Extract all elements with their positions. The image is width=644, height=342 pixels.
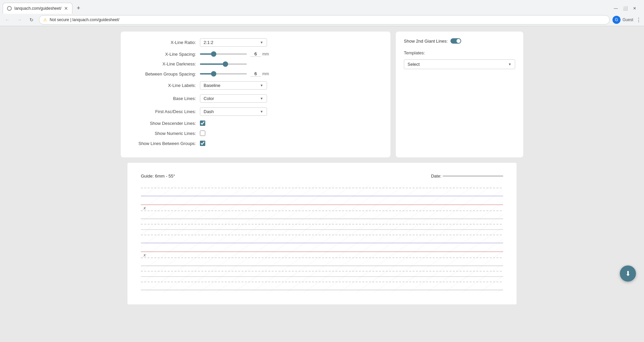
dropdown-arrow: ▼ <box>260 97 263 100</box>
base-lines-dropdown[interactable]: Color ▼ <box>200 94 267 103</box>
minimize-button[interactable]: — <box>612 4 620 12</box>
xline-spacing-label: X-Line Spacing: <box>129 52 196 57</box>
browser-chrome: lanquach.com/guidesheet/ ✕ + — ⬜ ✕ ← → ↻… <box>0 0 644 26</box>
new-tab-button[interactable]: + <box>74 4 83 13</box>
close-window-button[interactable]: ✕ <box>631 4 639 12</box>
templates-label: Templates: <box>404 50 515 55</box>
tab-bar: lanquach.com/guidesheet/ ✕ + — ⬜ ✕ <box>0 0 644 14</box>
templates-value: Select <box>408 62 420 67</box>
first-asc-value: Dash <box>204 109 214 114</box>
xline-spacing-value-area: mm <box>250 51 269 57</box>
xline-darkness-slider[interactable] <box>200 63 247 65</box>
between-groups-slider[interactable] <box>200 73 247 75</box>
svg-rect-10 <box>141 232 503 279</box>
show-giant-label: Show 2nd Giant Lines: <box>404 39 448 44</box>
xline-spacing-unit: mm <box>262 52 269 56</box>
guide-label: Guide: 6mm - 55° <box>141 174 175 179</box>
date-area: Date: <box>431 174 503 179</box>
base-lines-value: Color <box>204 96 214 101</box>
address-text: Not secure | lanquach.com/guidesheet/ <box>50 17 119 22</box>
guide-lines-preview: x x <box>141 185 503 294</box>
dropdown-arrow: ▼ <box>508 62 512 66</box>
tab-title: lanquach.com/guidesheet/ <box>14 6 61 11</box>
active-tab[interactable]: lanquach.com/guidesheet/ ✕ <box>3 3 72 14</box>
tab-favicon <box>7 6 12 11</box>
first-asc-dropdown[interactable]: Dash ▼ <box>200 107 267 116</box>
xline-spacing-input[interactable] <box>250 51 261 57</box>
xline-spacing-slider[interactable] <box>200 53 247 55</box>
show-descender-checkbox[interactable] <box>200 120 205 126</box>
forward-button[interactable]: → <box>15 15 24 25</box>
right-panel: Show 2nd Giant Lines: Templates: Select … <box>396 32 523 157</box>
first-asc-control: Dash ▼ <box>200 107 382 116</box>
download-icon: ⬇ <box>625 270 631 278</box>
show-descender-row: Show Descender Lines: <box>129 120 382 126</box>
profile-area: G Guest <box>612 16 633 24</box>
reload-button[interactable]: ↻ <box>27 15 36 25</box>
base-lines-row: Base Lines: Color ▼ <box>129 94 382 103</box>
settings-panel: X-Line Ratio: 2:1:2 ▼ X-Line Spacing: mm <box>121 32 390 157</box>
show-numeric-row: Show Numeric Lines: <box>129 131 382 136</box>
xline-ratio-value: 2:1:2 <box>204 40 213 45</box>
show-descender-label: Show Descender Lines: <box>129 121 196 126</box>
between-groups-value-area: mm <box>250 71 269 77</box>
xline-darkness-label: X-Line Darkness: <box>129 61 196 66</box>
base-lines-control: Color ▼ <box>200 94 382 103</box>
base-lines-label: Base Lines: <box>129 96 196 101</box>
xline-labels-label: X-Line Labels: <box>129 83 196 88</box>
preview-container: Guide: 6mm - 55° Date: <box>127 163 517 304</box>
svg-text:x: x <box>143 252 146 257</box>
profile-label: Guest <box>623 17 633 22</box>
main-area: X-Line Ratio: 2:1:2 ▼ X-Line Spacing: mm <box>121 32 523 157</box>
svg-rect-1 <box>141 185 503 232</box>
between-groups-control: mm <box>200 71 382 77</box>
browser-menu-button[interactable]: ⋮ <box>636 17 641 23</box>
profile-icon: G <box>612 16 621 24</box>
dropdown-arrow: ▼ <box>260 84 263 87</box>
between-groups-label: Between Groups Spacing: <box>129 71 196 77</box>
xline-darkness-control <box>200 63 382 65</box>
xline-labels-control: Baseline ▼ <box>200 81 382 90</box>
templates-section: Templates: Select ▼ <box>404 50 515 69</box>
back-button[interactable]: ← <box>3 15 12 25</box>
svg-text:x: x <box>143 205 146 210</box>
tab-close-button[interactable]: ✕ <box>64 6 68 11</box>
page-content: X-Line Ratio: 2:1:2 ▼ X-Line Spacing: mm <box>0 26 644 310</box>
xline-ratio-control: 2:1:2 ▼ <box>200 38 382 47</box>
xline-darkness-row: X-Line Darkness: <box>129 61 382 66</box>
templates-dropdown[interactable]: Select ▼ <box>404 59 515 69</box>
between-groups-row: Between Groups Spacing: mm <box>129 71 382 77</box>
download-button[interactable]: ⬇ <box>620 265 636 282</box>
first-asc-row: First Asc/Desc Lines: Dash ▼ <box>129 107 382 116</box>
show-numeric-label: Show Numeric Lines: <box>129 131 196 136</box>
window-controls: — ⬜ ✕ <box>612 4 641 12</box>
show-descender-control <box>200 120 382 126</box>
xline-ratio-label: X-Line Ratio: <box>129 40 196 45</box>
xline-spacing-control: mm <box>200 51 382 57</box>
maximize-button[interactable]: ⬜ <box>621 4 629 12</box>
show-numeric-control <box>200 131 382 136</box>
xline-labels-row: X-Line Labels: Baseline ▼ <box>129 81 382 90</box>
show-lines-between-row: Show Lines Between Groups: <box>129 141 382 146</box>
show-lines-between-checkbox[interactable] <box>200 141 205 146</box>
lines-svg: x x <box>141 185 503 293</box>
show-numeric-checkbox[interactable] <box>200 131 205 136</box>
show-giant-row: Show 2nd Giant Lines: <box>404 38 515 44</box>
xline-ratio-dropdown[interactable]: 2:1:2 ▼ <box>200 38 267 47</box>
address-bar[interactable]: ⚠ Not secure | lanquach.com/guidesheet/ <box>39 15 610 25</box>
xline-ratio-row: X-Line Ratio: 2:1:2 ▼ <box>129 38 382 47</box>
between-groups-unit: mm <box>262 71 269 76</box>
xline-labels-value: Baseline <box>204 83 220 88</box>
first-asc-label: First Asc/Desc Lines: <box>129 109 196 114</box>
between-groups-input[interactable] <box>250 71 261 77</box>
xline-spacing-row: X-Line Spacing: mm <box>129 51 382 57</box>
date-underline <box>443 176 503 176</box>
show-lines-between-label: Show Lines Between Groups: <box>129 141 196 146</box>
show-giant-toggle[interactable] <box>450 38 461 44</box>
date-label: Date: <box>431 174 441 179</box>
svg-rect-19 <box>141 279 503 293</box>
xline-labels-dropdown[interactable]: Baseline ▼ <box>200 81 267 90</box>
address-bar-row: ← → ↻ ⚠ Not secure | lanquach.com/guides… <box>0 14 644 26</box>
show-lines-between-control <box>200 141 382 146</box>
sheet-header: Guide: 6mm - 55° Date: <box>141 174 503 179</box>
